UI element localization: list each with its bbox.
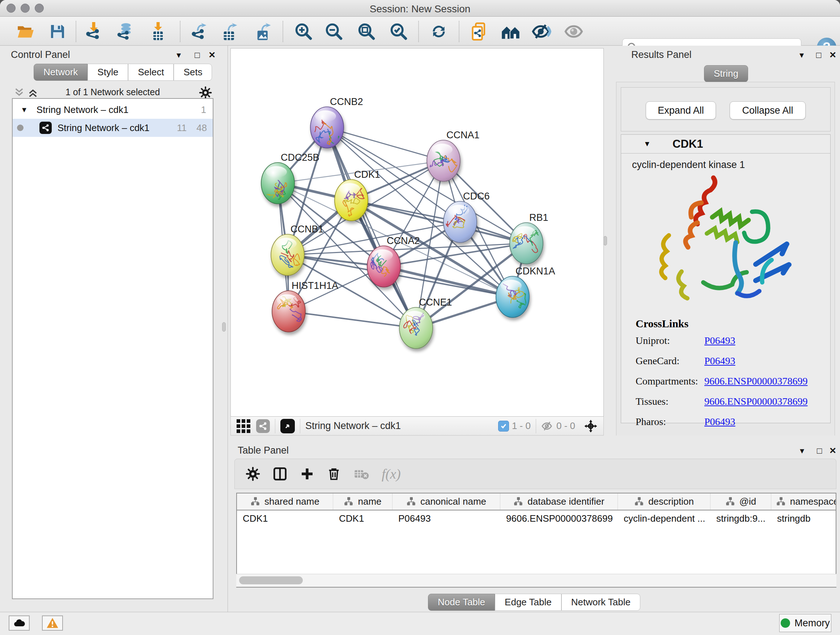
- tab-network[interactable]: Network: [34, 64, 88, 81]
- cloud-status-button[interactable]: [9, 616, 30, 631]
- apply-layout-button[interactable]: [429, 22, 449, 41]
- export-network-button[interactable]: [189, 22, 210, 41]
- network-collection-row[interactable]: ▼ String Network – cdk1 1: [13, 101, 213, 119]
- close-panel-icon[interactable]: ✕: [829, 50, 836, 60]
- warnings-button[interactable]: [42, 616, 63, 631]
- toolbar-separator: [275, 419, 275, 433]
- panel-menu-icon[interactable]: ▾: [177, 50, 181, 60]
- network-node[interactable]: [310, 107, 344, 148]
- splitter-handle[interactable]: [222, 322, 226, 332]
- network-share-view-icon[interactable]: [256, 419, 270, 433]
- network-edge[interactable]: [327, 127, 416, 328]
- function-builder-button[interactable]: f(x): [382, 466, 401, 482]
- selected-checkbox-icon[interactable]: [498, 421, 509, 432]
- expand-all-button[interactable]: Expand All: [646, 101, 716, 119]
- column-header-name[interactable]: name: [333, 494, 393, 510]
- results-panel-title: Results Panel: [631, 49, 692, 60]
- network-options-gear-icon[interactable]: [199, 86, 212, 99]
- network-edge[interactable]: [384, 266, 513, 297]
- network-node[interactable]: [427, 140, 460, 181]
- import-network-file-button[interactable]: [84, 22, 104, 41]
- column-header-canonical-name[interactable]: canonical name: [393, 494, 500, 510]
- export-image-button[interactable]: [254, 22, 274, 41]
- crosslink-link[interactable]: 9606.ENSP00000378699: [704, 396, 807, 407]
- import-network-database-button[interactable]: [115, 22, 135, 41]
- memory-button[interactable]: Memory: [779, 614, 831, 632]
- zoom-fit-button[interactable]: [356, 22, 377, 41]
- network-node[interactable]: [510, 223, 543, 264]
- import-table-button[interactable]: [148, 22, 168, 41]
- tab-select[interactable]: Select: [128, 64, 174, 81]
- network-node[interactable]: [399, 307, 433, 348]
- table-options-gear-icon[interactable]: [246, 467, 260, 481]
- add-column-icon[interactable]: [300, 467, 314, 481]
- network-canvas[interactable]: CCNB2CCNA1CDC25BCDK1CDC6RB1CCNB1CCNA2CDK…: [231, 48, 604, 417]
- tab-style[interactable]: Style: [88, 64, 128, 81]
- section-collapse-arrow-icon[interactable]: ▼: [644, 140, 651, 148]
- pan-crosshair-icon[interactable]: [583, 418, 598, 434]
- column-header-shared-name[interactable]: shared name: [237, 494, 333, 510]
- column-header-description[interactable]: description: [618, 494, 711, 510]
- grid-view-icon[interactable]: [237, 419, 250, 433]
- save-session-button[interactable]: [47, 22, 68, 41]
- collapse-all-button[interactable]: Collapse All: [729, 101, 806, 119]
- column-type-tree-icon: [725, 497, 735, 507]
- crosslink-link[interactable]: 9606.ENSP00000378699: [704, 375, 807, 387]
- tab-node-table[interactable]: Node Table: [428, 594, 495, 611]
- result-section-header[interactable]: ▼ CDK1: [621, 135, 830, 154]
- tab-string[interactable]: String: [704, 65, 748, 82]
- network-row[interactable]: String Network – cdk1 11 48: [13, 119, 213, 137]
- node-table[interactable]: shared name name canonical name database…: [236, 493, 836, 587]
- network-node[interactable]: [496, 276, 529, 318]
- zoom-in-button[interactable]: [294, 22, 314, 41]
- hide-selected-button[interactable]: [531, 22, 552, 41]
- app-window: Session: New Session: [0, 0, 840, 635]
- table-row[interactable]: CDK1CDK1P064939606.ENSP00000378699cyclin…: [237, 510, 836, 526]
- table-panel-title: Table Panel: [238, 445, 289, 456]
- network-node[interactable]: [272, 291, 305, 332]
- panel-menu-icon[interactable]: ▾: [799, 50, 804, 60]
- column-header-namespace[interactable]: namespace: [771, 494, 836, 510]
- open-session-button[interactable]: [15, 22, 35, 41]
- float-panel-icon[interactable]: □: [816, 50, 821, 60]
- close-panel-icon[interactable]: ✕: [208, 50, 216, 60]
- show-all-button[interactable]: [564, 22, 584, 41]
- duplicate-network-button[interactable]: [470, 22, 490, 41]
- table-cell: CDK1: [333, 510, 393, 526]
- column-header--id[interactable]: @id: [711, 494, 771, 510]
- network-node[interactable]: [335, 180, 368, 221]
- network-node[interactable]: [271, 234, 304, 276]
- network-node[interactable]: [444, 201, 477, 242]
- close-panel-icon[interactable]: ✕: [829, 446, 836, 456]
- tab-network-table[interactable]: Network Table: [561, 594, 640, 611]
- collection-label: String Network – cdk1: [36, 104, 128, 116]
- birdseye-view-icon[interactable]: [280, 419, 295, 433]
- scrollbar-thumb[interactable]: [239, 576, 303, 584]
- tab-edge-table[interactable]: Edge Table: [495, 594, 561, 611]
- export-table-button[interactable]: [220, 22, 240, 41]
- delete-column-trash-icon[interactable]: [327, 467, 341, 481]
- zoom-out-button[interactable]: [324, 22, 344, 41]
- network-node[interactable]: [367, 246, 401, 287]
- panel-menu-icon[interactable]: ▾: [800, 446, 804, 456]
- column-type-tree-icon: [513, 497, 523, 507]
- network-edge[interactable]: [289, 311, 416, 328]
- crosslink-link[interactable]: P06493: [704, 335, 736, 347]
- zoom-selected-button[interactable]: [388, 22, 409, 41]
- float-panel-icon[interactable]: □: [817, 446, 822, 456]
- network-graph[interactable]: CCNB2CCNA1CDC25BCDK1CDC6RB1CCNB1CCNA2CDK…: [231, 49, 603, 416]
- network-node[interactable]: [261, 163, 294, 204]
- tab-sets[interactable]: Sets: [174, 64, 212, 81]
- table-horizontal-scrollbar[interactable]: [236, 574, 836, 587]
- show-columns-icon[interactable]: [272, 466, 287, 481]
- first-neighbors-button[interactable]: [501, 22, 521, 41]
- window-title: Session: New Session: [0, 3, 840, 15]
- collection-expand-arrow-icon[interactable]: ▼: [21, 106, 28, 114]
- crosslink-link[interactable]: P06493: [704, 416, 736, 428]
- float-panel-icon[interactable]: □: [195, 50, 200, 60]
- hidden-node-edge-count: 0 - 0: [556, 420, 575, 432]
- column-header-database-identifier[interactable]: database identifier: [500, 494, 618, 510]
- crosslink-link[interactable]: P06493: [704, 355, 736, 367]
- clear-table-icon[interactable]: [354, 466, 369, 482]
- splitter-handle[interactable]: [603, 236, 607, 245]
